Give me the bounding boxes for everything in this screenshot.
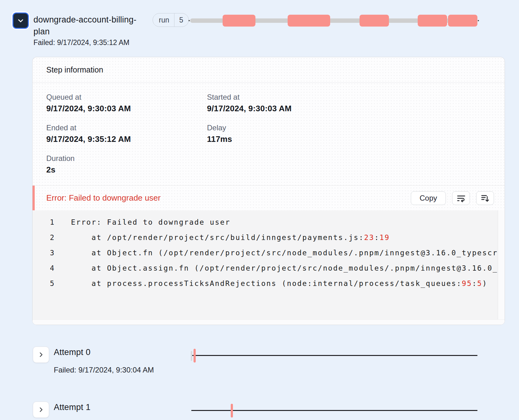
attempt-0-timeline	[191, 349, 477, 362]
field-ended-at: Ended at 9/17/2024, 9:35:12 AM	[46, 123, 193, 144]
line-number: 5	[33, 276, 55, 291]
run-timeline-track	[190, 18, 477, 23]
run-badge-label: run	[153, 13, 174, 27]
attempt-0-failure-tick[interactable]	[194, 349, 196, 362]
step-title: downgrade-account-billing-plan	[33, 14, 138, 38]
stack-trace-line: 1Error: Failed to downgrade user	[33, 215, 498, 230]
step-detail-page: downgrade-account-billing-plan Failed: 9…	[0, 0, 519, 420]
stack-trace-line: 2 at /opt/render/project/src/build/innge…	[33, 230, 498, 245]
wrap-text-icon	[456, 193, 466, 203]
attempt-1-label: Attempt 1	[54, 402, 90, 412]
run-step-segment[interactable]	[288, 15, 330, 27]
error-banner: Error: Failed to downgrade user Copy	[33, 185, 505, 210]
card-title: Step information	[33, 57, 505, 83]
line-number: 4	[33, 261, 55, 276]
step-fields: Queued at 9/17/2024, 9:30:03 AM Started …	[33, 83, 505, 185]
chevron-down-icon	[17, 17, 25, 25]
stack-trace-line: 3 at Object.fn (/opt/render/project/src/…	[33, 245, 498, 261]
vertical-scrollbar[interactable]	[498, 210, 505, 319]
wrap-text-button[interactable]	[452, 191, 470, 205]
field-started-at: Started at 9/17/2024, 9:30:03 AM	[207, 93, 354, 113]
jump-to-bottom-icon	[481, 193, 490, 203]
step-collapse-button[interactable]	[13, 12, 29, 29]
stack-trace-viewer[interactable]: 1Error: Failed to downgrade user2 at /op…	[33, 210, 505, 325]
field-queued-at: Queued at 9/17/2024, 9:30:03 AM	[46, 93, 193, 113]
run-step-segment[interactable]	[223, 15, 255, 27]
stack-trace-line: 4 at Object.assign.fn (/opt/render/proje…	[33, 261, 498, 276]
run-step-segment[interactable]	[418, 15, 447, 27]
timeline-start-tick	[191, 351, 192, 361]
attempt-1-expand-button[interactable]	[33, 402, 49, 418]
attempt-0-label: Attempt 0	[54, 348, 90, 357]
horizontal-scrollbar[interactable]	[33, 319, 505, 325]
attempt-1-timeline	[191, 404, 477, 418]
attempt-1-failure-tick[interactable]	[231, 404, 233, 418]
jump-to-bottom-button[interactable]	[476, 191, 494, 205]
timeline-wire	[191, 355, 477, 356]
attempt-0-status: Failed: 9/17/2024, 9:30:04 AM	[54, 366, 154, 374]
step-information-card: Step information Queued at 9/17/2024, 9:…	[32, 57, 505, 325]
line-number: 2	[33, 230, 55, 245]
run-badge-count: 5	[174, 13, 189, 27]
error-message: Error: Failed to downgrade user	[46, 193, 405, 203]
line-number: 1	[33, 215, 55, 230]
timeline-wire	[191, 410, 477, 411]
chevron-right-icon	[37, 406, 45, 413]
run-step-segment[interactable]	[448, 15, 477, 27]
line-number: 3	[33, 245, 55, 261]
chevron-right-icon	[37, 351, 45, 358]
run-badge[interactable]: run 5	[153, 13, 189, 27]
step-status: Failed: 9/17/2024, 9:35:12 AM	[33, 38, 138, 47]
copy-button[interactable]: Copy	[411, 191, 446, 205]
field-duration: Duration 2s	[46, 154, 193, 175]
stack-trace-lines: 1Error: Failed to downgrade user2 at /op…	[33, 210, 498, 319]
stack-trace-line: 5 at process.processTicksAndRejections (…	[33, 276, 498, 291]
step-header: downgrade-account-billing-plan Failed: 9…	[33, 14, 138, 47]
run-step-segment[interactable]	[360, 15, 389, 27]
attempt-0-expand-button[interactable]	[33, 347, 49, 363]
field-delay: Delay 117ms	[207, 123, 354, 144]
